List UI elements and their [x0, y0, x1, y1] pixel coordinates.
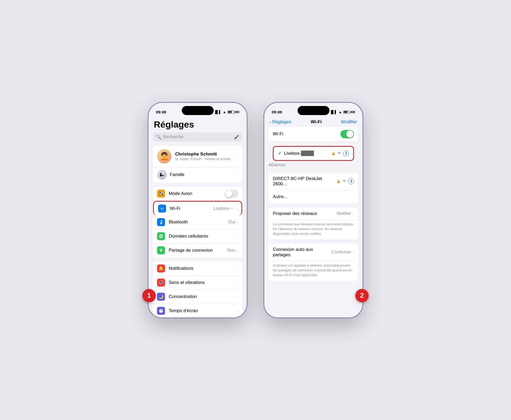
wifi-toggle-knob	[346, 131, 353, 138]
network-name-direct: DIRECT-8C-HP DeskJet 2600...	[273, 176, 336, 187]
profile-sub: Id. Apple, iCloud+, médias et achats	[175, 157, 237, 161]
screen2-content: ‹ Réglages Wi-Fi Modifier Wi-Fi	[264, 117, 362, 317]
connected-wifi-icon	[337, 151, 341, 156]
row-sounds[interactable]: 🔊 Sons et vibrations ›	[153, 276, 242, 290]
cellular-label: Données cellulaires	[169, 234, 237, 239]
connected-section: ✓ Livebox-████ 🔒	[273, 146, 354, 161]
nav-title: Wi-Fi	[311, 119, 322, 125]
phone1: 09:49 ▐▌▌ ▲ 69 Réglages 🔍 Recherche 🎤	[148, 102, 248, 318]
cellular-icon	[157, 232, 165, 240]
wifi-toggle[interactable]	[340, 130, 354, 138]
bt-value: Oui	[228, 219, 235, 225]
wifi-toggle-label: Wi-Fi	[273, 131, 340, 137]
nav-bar: ‹ Réglages Wi-Fi Modifier	[264, 117, 362, 127]
network-icons-direct: 🔒 ℹ	[336, 178, 354, 184]
wifi-chevron: ›	[236, 206, 237, 211]
step-badge-1: 1	[142, 289, 156, 302]
network-name-other: Autre...	[273, 194, 354, 199]
wifi-value: Livebox-···	[213, 206, 234, 211]
status-icons-1: ▐▌▌ ▲ 69	[214, 110, 239, 114]
autoconnect-description: Autorisez cet appareil à détecter automa…	[269, 261, 358, 281]
phone1-wrapper: 1 09:49 ▐▌▌ ▲ 69 Réglages 🔍 Recherche	[148, 102, 248, 318]
signal-icon-1: ▐▌▌	[214, 110, 221, 114]
sounds-label: Sons et vibrations	[169, 280, 237, 285]
avion-label: Mode Avion	[169, 191, 225, 196]
battery-fill-1	[228, 111, 232, 113]
connected-wrapper: ✓ Livebox-████ 🔒	[269, 146, 358, 161]
nav-action-btn[interactable]: Modifier	[341, 119, 357, 125]
propose-row[interactable]: Proposer des réseaux Notifier ›	[269, 208, 358, 220]
hotspot-value: Non	[227, 248, 235, 253]
propose-value: Notifier	[337, 211, 351, 216]
profile-row[interactable]: 🧑‍🦱 Christophe Schmitt Id. Apple, iCloud…	[153, 146, 242, 167]
notif-label: Notifications	[169, 266, 237, 271]
avion-icon: ✈️	[157, 190, 165, 198]
wifi-toggle-row: Wi-Fi	[269, 127, 358, 142]
search-bar[interactable]: 🔍 Recherche 🎤	[153, 132, 242, 142]
bt-label: Bluetooth	[169, 219, 228, 225]
wifi-icon-1: ▲	[223, 110, 226, 114]
wifi-icon-2: ▲	[339, 110, 342, 114]
info-btn-direct[interactable]: ℹ	[348, 178, 354, 184]
family-label: Famille	[170, 172, 237, 177]
battery-pct-1: 69	[236, 110, 239, 114]
time-1: 09:49	[156, 110, 166, 114]
propose-section: Proposer des réseaux Notifier › La conne…	[269, 208, 358, 240]
dynamic-island-1	[182, 106, 214, 115]
autoconnect-row[interactable]: Connexion auto aux partages Confirmer ›	[269, 244, 358, 261]
connected-info-btn[interactable]: ℹ	[343, 150, 349, 156]
autoconnect-value: Confirmer	[331, 250, 351, 255]
profile-chevron: ›	[237, 154, 238, 158]
battery-fill-2	[344, 111, 348, 113]
step-badge-2: 2	[355, 289, 369, 302]
wifi-row-icon	[158, 205, 166, 213]
lock-icon-direct: 🔒	[336, 179, 341, 183]
screentime-icon: ⏱️	[157, 307, 165, 315]
status-icons-2: ▐▌▌ ▲ 69	[330, 110, 355, 114]
family-row[interactable]: 👩‍👧 Famille ›	[153, 167, 242, 182]
row-hotspot[interactable]: Partage de connexion Non ›	[153, 243, 242, 257]
connected-network-row[interactable]: ✓ Livebox-████ 🔒	[274, 147, 353, 160]
bt-chevron: ›	[237, 220, 238, 224]
wifi-icon-direct	[342, 179, 347, 184]
family-chevron: ›	[237, 173, 238, 177]
row-mode-avion[interactable]: ✈️ Mode Avion	[153, 187, 242, 201]
connected-network-icons: 🔒 ℹ	[331, 150, 349, 156]
screen1-content: Réglages 🔍 Recherche 🎤 🧑‍🦱 Christophe Sc…	[149, 117, 247, 317]
sounds-chevron: ›	[237, 280, 238, 285]
profile-name: Christophe Schmitt	[175, 152, 237, 157]
avion-toggle[interactable]	[225, 190, 238, 198]
connected-lock-icon: 🔒	[331, 151, 336, 155]
row-wifi[interactable]: Wi-Fi Livebox-··· ›	[153, 201, 242, 215]
battery-icon-2	[343, 111, 350, 114]
focus-chevron: ›	[237, 295, 238, 299]
autoconnect-label: Connexion auto aux partages	[273, 247, 331, 258]
autoconnect-section: Connexion auto aux partages Confirmer › …	[269, 244, 358, 281]
screentime-label: Temps d'écran	[169, 308, 237, 313]
propose-chevron: ›	[353, 211, 354, 216]
nav-back-btn[interactable]: ‹ Réglages	[270, 119, 291, 125]
hotspot-label: Partage de connexion	[169, 248, 227, 253]
family-avatar: 👩‍👧	[157, 170, 167, 180]
network-row-other[interactable]: Autre...	[269, 190, 358, 203]
row-screentime[interactable]: ⏱️ Temps d'écran ›	[153, 304, 242, 317]
network-row-direct[interactable]: DIRECT-8C-HP DeskJet 2600... 🔒 ℹ	[269, 173, 358, 190]
search-icon: 🔍	[156, 134, 161, 140]
row-bluetooth[interactable]: Bluetooth Oui ›	[153, 215, 242, 229]
search-placeholder: Recherche	[163, 134, 232, 139]
row-cellular[interactable]: Données cellulaires ›	[153, 229, 242, 243]
svg-point-1	[160, 235, 162, 237]
row-focus[interactable]: 🌙 Concentration ›	[153, 290, 242, 304]
connectivity-section: ✈️ Mode Avion	[153, 187, 242, 257]
focus-label: Concentration	[169, 294, 237, 299]
battery-icon-1	[228, 111, 234, 114]
settings-title: Réglages	[149, 117, 247, 132]
row-notifications[interactable]: 🔔 Notifications ›	[153, 262, 242, 276]
cellular-chevron: ›	[237, 234, 238, 238]
time-2: 09:49	[272, 110, 282, 114]
notif-chevron: ›	[237, 266, 238, 271]
wifi-row-wrapper: Wi-Fi Livebox-··· ›	[154, 201, 241, 215]
back-chevron-icon: ‹	[270, 119, 271, 125]
wifi-label: Wi-Fi	[170, 206, 213, 211]
bt-icon	[157, 218, 165, 226]
